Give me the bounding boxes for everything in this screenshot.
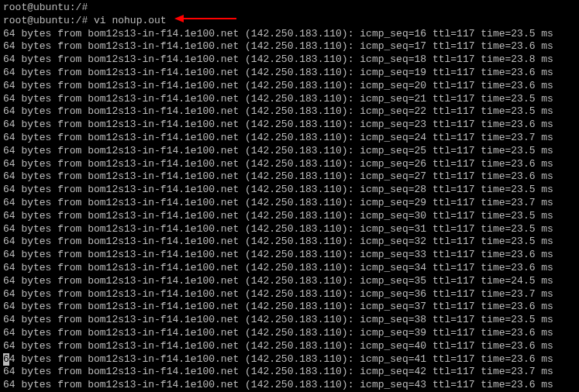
- ping-output-text: 64 bytes from bom12s13-in-f14.1e100.net …: [3, 288, 553, 300]
- ping-output-text: 64 bytes from bom12s13-in-f14.1e100.net …: [3, 93, 553, 105]
- ping-line: 64 bytes from bom12s13-in-f14.1e100.net …: [3, 301, 576, 314]
- ping-output-text: 64 bytes from bom12s13-in-f14.1e100.net …: [3, 327, 553, 339]
- shell-prompt: root@ubuntu:/#: [3, 2, 88, 13]
- ping-line: 64 bytes from bom12s13-in-f14.1e100.net …: [3, 132, 576, 145]
- ping-line: 64 bytes from bom12s13-in-f14.1e100.net …: [3, 28, 576, 41]
- ping-output-text: 64 bytes from bom12s13-in-f14.1e100.net …: [3, 67, 553, 78]
- ping-output-text: 64 bytes from bom12s13-in-f14.1e100.net …: [3, 223, 553, 235]
- ping-line: 64 bytes from bom12s13-in-f14.1e100.net …: [3, 340, 576, 353]
- ping-output-text: 64 bytes from bom12s13-in-f14.1e100.net …: [3, 170, 553, 182]
- prompt-line: root@ubuntu:/#: [3, 2, 576, 15]
- ping-output-text: 64 bytes from bom12s13-in-f14.1e100.net …: [3, 184, 553, 195]
- ping-line: 64 bytes from bom12s13-in-f14.1e100.net …: [3, 210, 576, 223]
- ping-output-text: 64 bytes from bom12s13-in-f14.1e100.net …: [3, 40, 553, 52]
- ping-output-text: 64 bytes from bom12s13-in-f14.1e100.net …: [3, 353, 553, 365]
- ping-output-text: 64 bytes from bom12s13-in-f14.1e100.net …: [3, 275, 553, 287]
- ping-line: 64 bytes from bom12s13-in-f14.1e100.net …: [3, 67, 576, 80]
- ping-line: 64 bytes from bom12s13-in-f14.1e100.net …: [3, 249, 576, 262]
- ping-output-text: 64 bytes from bom12s13-in-f14.1e100.net …: [3, 236, 553, 247]
- ping-line: 64 bytes from bom12s13-in-f14.1e100.net …: [3, 314, 576, 327]
- ping-line: 64 bytes from bom12s13-in-f14.1e100.net …: [3, 223, 576, 236]
- ping-line: 64 bytes from bom12s13-in-f14.1e100.net …: [3, 158, 576, 171]
- ping-output-text: 64 bytes from bom12s13-in-f14.1e100.net …: [3, 301, 553, 312]
- ping-line: 64 bytes from bom12s13-in-f14.1e100.net …: [3, 262, 576, 275]
- ping-line: 64 bytes from bom12s13-in-f14.1e100.net …: [3, 327, 576, 340]
- ping-output-text: 64 bytes from bom12s13-in-f14.1e100.net …: [3, 28, 553, 40]
- ping-line: 64 bytes from bom12s13-in-f14.1e100.net …: [3, 80, 576, 93]
- ping-line: 64 bytes from bom12s13-in-f14.1e100.net …: [3, 184, 576, 197]
- terminal-output[interactable]: root@ubuntu:/#root@ubuntu:/# vi nohup.ou…: [3, 2, 576, 392]
- ping-line: 64 bytes from bom12s13-in-f14.1e100.net …: [3, 379, 576, 392]
- ping-line: 64 bytes from bom12s13-in-f14.1e100.net …: [3, 353, 576, 366]
- shell-prompt-command: root@ubuntu:/# vi nohup.out: [3, 15, 167, 26]
- ping-output-text: 64 bytes from bom12s13-in-f14.1e100.net …: [3, 145, 553, 156]
- ping-line: 64 bytes from bom12s13-in-f14.1e100.net …: [3, 275, 576, 288]
- ping-output-text: 64 bytes from bom12s13-in-f14.1e100.net …: [3, 80, 553, 91]
- ping-line: 64 bytes from bom12s13-in-f14.1e100.net …: [3, 93, 576, 106]
- ping-output-text: 64 bytes from bom12s13-in-f14.1e100.net …: [3, 53, 553, 65]
- ping-line: 64 bytes from bom12s13-in-f14.1e100.net …: [3, 236, 576, 249]
- ping-line: 64 bytes from bom12s13-in-f14.1e100.net …: [3, 170, 576, 184]
- command-line: root@ubuntu:/# vi nohup.out: [3, 15, 576, 28]
- ping-output-text: 64 bytes from bom12s13-in-f14.1e100.net …: [3, 119, 553, 130]
- ping-output-text: 64 bytes from bom12s13-in-f14.1e100.net …: [3, 314, 553, 325]
- ping-line: 64 bytes from bom12s13-in-f14.1e100.net …: [3, 53, 576, 67]
- ping-output-text: 64 bytes from bom12s13-in-f14.1e100.net …: [3, 366, 553, 377]
- ping-line: 64 bytes from bom12s13-in-f14.1e100.net …: [3, 40, 576, 53]
- ping-line: 64 bytes from bom12s13-in-f14.1e100.net …: [3, 145, 576, 158]
- ping-output-text: 64 bytes from bom12s13-in-f14.1e100.net …: [3, 210, 553, 222]
- terminal-cursor: 6: [3, 353, 9, 366]
- ping-output-text: 64 bytes from bom12s13-in-f14.1e100.net …: [3, 105, 553, 117]
- ping-output-text: 64 bytes from bom12s13-in-f14.1e100.net …: [3, 158, 553, 170]
- ping-line: 64 bytes from bom12s13-in-f14.1e100.net …: [3, 105, 576, 119]
- ping-output-text: 64 bytes from bom12s13-in-f14.1e100.net …: [3, 132, 553, 143]
- ping-line: 64 bytes from bom12s13-in-f14.1e100.net …: [3, 288, 576, 301]
- ping-output-text: 64 bytes from bom12s13-in-f14.1e100.net …: [3, 340, 553, 352]
- ping-line: 64 bytes from bom12s13-in-f14.1e100.net …: [3, 119, 576, 132]
- ping-output-text: 64 bytes from bom12s13-in-f14.1e100.net …: [3, 262, 553, 273]
- ping-line: 64 bytes from bom12s13-in-f14.1e100.net …: [3, 366, 576, 379]
- ping-output-text: 64 bytes from bom12s13-in-f14.1e100.net …: [3, 379, 553, 390]
- ping-output-text: 64 bytes from bom12s13-in-f14.1e100.net …: [3, 197, 553, 208]
- ping-line: 64 bytes from bom12s13-in-f14.1e100.net …: [3, 197, 576, 210]
- ping-output-text: 64 bytes from bom12s13-in-f14.1e100.net …: [3, 249, 553, 260]
